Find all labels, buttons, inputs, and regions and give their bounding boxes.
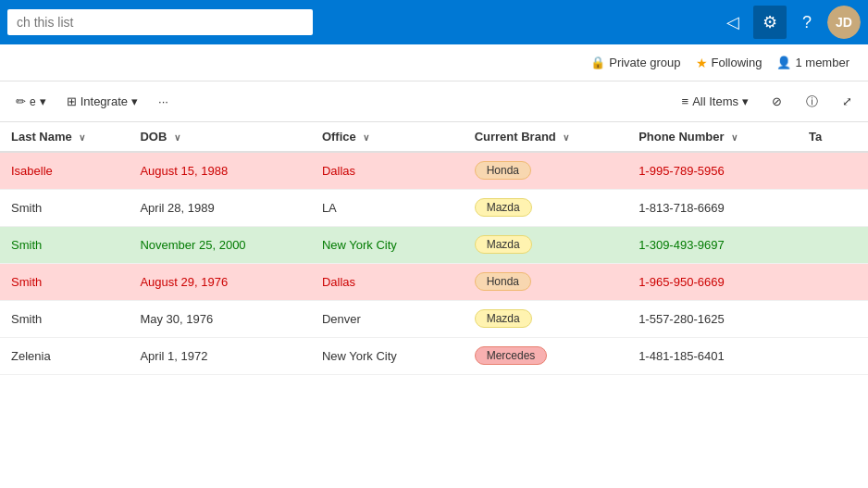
table-row: Isabelle August 15, 1988 Dallas Honda 1-… (0, 152, 868, 189)
brand-badge: Mazda (475, 309, 532, 328)
cell-office: New York City (311, 226, 464, 263)
expand-button[interactable]: ⤢ (834, 90, 861, 113)
cell-tag (798, 226, 868, 263)
avatar-initials: JD (836, 15, 852, 30)
brand-badge: Mazda (475, 235, 532, 254)
more-icon: ··· (158, 94, 168, 108)
cell-tag (798, 152, 868, 189)
col-header-tag[interactable]: Ta (798, 122, 868, 152)
view-label: All Items (692, 94, 738, 108)
sort-icon-phone: ∨ (731, 132, 738, 143)
integrate-button[interactable]: ⊞ Integrate ▾ (58, 90, 146, 113)
avatar-button[interactable]: JD (827, 6, 861, 39)
sort-icon-office: ∨ (363, 132, 369, 143)
cell-brand: Honda (464, 152, 627, 189)
subheader: 🔒 Private group ★ Following 👤 1 member (0, 44, 868, 81)
cell-brand: Mercedes (464, 337, 627, 374)
cell-brand: Mazda (464, 189, 627, 226)
cell-phone: 1-995-789-5956 (627, 152, 798, 189)
sort-icon-lastname: ∨ (79, 132, 85, 143)
brand-badge: Honda (475, 272, 531, 291)
back-button[interactable]: ◁ (716, 6, 750, 39)
brand-badge: Honda (475, 161, 531, 180)
cell-phone: 1-557-280-1625 (627, 300, 798, 337)
col-header-brand[interactable]: Current Brand ∨ (464, 122, 627, 152)
sort-icon-dob: ∨ (174, 132, 180, 143)
cell-office: Dallas (311, 152, 464, 189)
toolbar: ✏ e ▾ ⊞ Integrate ▾ ··· ≡ All Items ▾ ⊘ … (0, 81, 868, 122)
member-label: 1 member (795, 56, 849, 69)
cell-office: Denver (311, 300, 464, 337)
cell-phone: 1-965-950-6669 (627, 263, 798, 300)
cell-office: Dallas (311, 263, 464, 300)
sort-icon-brand: ∨ (563, 132, 569, 143)
cell-dob: April 28, 1989 (129, 189, 310, 226)
cell-phone: 1-309-493-9697 (627, 226, 798, 263)
cell-phone: 1-813-718-6669 (627, 189, 798, 226)
data-table: Last Name ∨ DOB ∨ Office ∨ Current Brand… (0, 122, 868, 375)
star-icon: ★ (696, 56, 708, 70)
table-row: Smith August 29, 1976 Dallas Honda 1-965… (0, 263, 868, 300)
private-group-item: 🔒 Private group (590, 56, 680, 69)
brand-badge: Mercedes (475, 346, 548, 365)
cell-lastname: Smith (0, 189, 129, 226)
expand-icon: ⤢ (842, 94, 852, 108)
info-icon: ⓘ (806, 94, 818, 110)
following-item[interactable]: ★ Following (696, 56, 763, 70)
chevron-down-icon3: ▾ (742, 94, 749, 108)
avatar: JD (827, 6, 861, 39)
col-header-lastname[interactable]: Last Name ∨ (0, 122, 129, 152)
cell-brand: Honda (464, 263, 627, 300)
top-bar: ◁ ⚙ ? JD (0, 0, 868, 44)
cell-brand: Mazda (464, 226, 627, 263)
chevron-down-icon2: ▾ (131, 94, 138, 108)
view-selector[interactable]: ≡ All Items ▾ (675, 91, 756, 112)
following-label: Following (712, 56, 763, 69)
gear-icon: ⚙ (763, 12, 777, 32)
cell-brand: Mazda (464, 300, 627, 337)
help-icon: ? (802, 13, 812, 32)
table-container[interactable]: Last Name ∨ DOB ∨ Office ∨ Current Brand… (0, 122, 868, 488)
chevron-down-icon: ▾ (40, 94, 46, 108)
cell-phone: 1-481-185-6401 (627, 337, 798, 374)
cell-lastname: Zelenia (0, 337, 129, 374)
toolbar-left: ✏ e ▾ ⊞ Integrate ▾ ··· (7, 90, 177, 113)
cell-lastname: Isabelle (0, 152, 129, 189)
filter-button[interactable]: ⊘ (763, 90, 790, 113)
table-row: Smith November 25, 2000 New York City Ma… (0, 226, 868, 263)
cell-office: LA (311, 189, 464, 226)
col-header-office[interactable]: Office ∨ (311, 122, 464, 152)
settings-button[interactable]: ⚙ (753, 6, 787, 39)
list-icon: ≡ (682, 94, 689, 108)
search-input[interactable] (7, 9, 313, 35)
cell-dob: May 30, 1976 (129, 300, 310, 337)
private-group-label: Private group (609, 56, 680, 69)
lock-icon: 🔒 (590, 56, 605, 69)
edit-label: e (30, 95, 36, 108)
table-row: Zelenia April 1, 1972 New York City Merc… (0, 337, 868, 374)
edit-button[interactable]: ✏ e ▾ (7, 90, 55, 113)
info-button[interactable]: ⓘ (798, 89, 826, 115)
cell-lastname: Smith (0, 300, 129, 337)
table-row: Smith April 28, 1989 LA Mazda 1-813-718-… (0, 189, 868, 226)
cell-lastname: Smith (0, 226, 129, 263)
help-button[interactable]: ? (790, 6, 824, 39)
grid-icon: ⊞ (67, 94, 77, 108)
top-bar-right: ◁ ⚙ ? JD (716, 6, 861, 39)
filter-icon: ⊘ (772, 94, 782, 108)
more-button[interactable]: ··· (150, 90, 177, 113)
cell-lastname: Smith (0, 263, 129, 300)
person-icon: 👤 (776, 56, 791, 69)
edit-icon: ✏ (16, 94, 26, 108)
cell-tag (798, 263, 868, 300)
brand-badge: Mazda (475, 198, 532, 217)
top-bar-left (7, 9, 313, 35)
cell-tag (798, 300, 868, 337)
cell-dob: November 25, 2000 (129, 226, 310, 263)
col-header-dob[interactable]: DOB ∨ (129, 122, 310, 152)
back-icon: ◁ (726, 12, 739, 32)
cell-dob: August 15, 1988 (129, 152, 310, 189)
col-header-phone[interactable]: Phone Number ∨ (627, 122, 798, 152)
integrate-label: Integrate (81, 94, 128, 108)
cell-office: New York City (311, 337, 464, 374)
